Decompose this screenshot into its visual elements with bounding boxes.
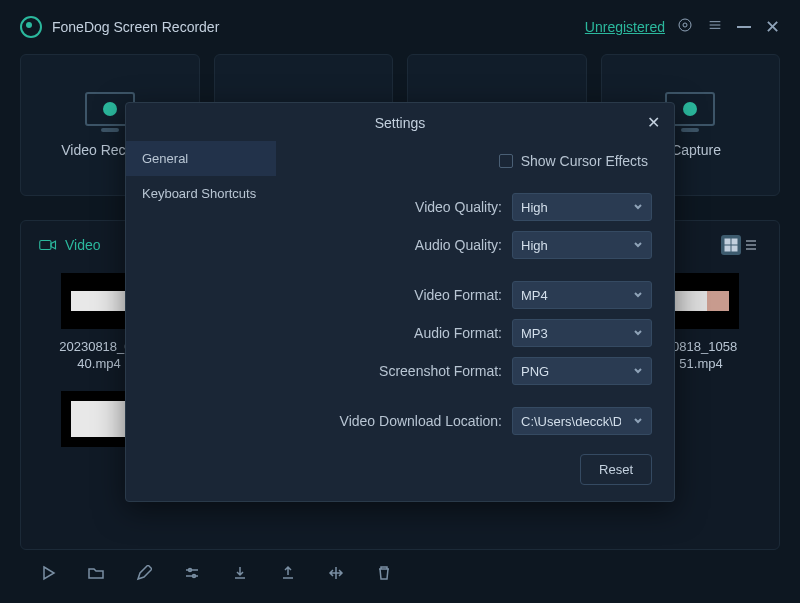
share-icon[interactable] [280,565,296,585]
app-logo [20,16,42,38]
chevron-down-icon [633,416,643,426]
label-audio-format: Audio Format: [414,325,502,341]
play-icon[interactable] [40,565,56,585]
chevron-down-icon [633,290,643,300]
select-audio-format[interactable]: MP3 [512,319,652,347]
convert-icon[interactable] [328,565,344,585]
select-screenshot-format[interactable]: PNG [512,357,652,385]
label-video-quality: Video Quality: [415,199,502,215]
settings-content: Show Cursor Effects Video Quality: High … [276,141,674,444]
svg-rect-8 [725,246,730,251]
svg-rect-7 [732,239,737,244]
svg-point-0 [683,23,687,27]
download-icon[interactable] [232,565,248,585]
thumbnail-label: 30818_1058 51.mp4 [665,339,737,373]
select-video-format[interactable]: MP4 [512,281,652,309]
label-audio-quality: Audio Quality: [415,237,502,253]
select-audio-quality[interactable]: High [512,231,652,259]
chevron-down-icon [633,366,643,376]
svg-rect-5 [40,241,51,250]
sidebar-item-general[interactable]: General [126,141,276,176]
camera-icon [39,238,57,252]
chevron-down-icon [633,202,643,212]
cursor-checkbox[interactable] [499,154,513,168]
folder-icon[interactable] [88,565,104,585]
close-button[interactable]: ✕ [765,16,780,38]
app-title: FoneDog Screen Recorder [52,19,585,35]
sidebar-item-shortcuts[interactable]: Keyboard Shortcuts [126,176,276,211]
svg-point-1 [679,19,691,31]
label-video-format: Video Format: [414,287,502,303]
chevron-down-icon [633,328,643,338]
titlebar: FoneDog Screen Recorder Unregistered ✕ [0,0,800,54]
unregistered-link[interactable]: Unregistered [585,19,665,35]
sliders-icon[interactable] [184,565,200,585]
chevron-down-icon [633,240,643,250]
modal-title: Settings ✕ [126,103,674,141]
edit-icon[interactable] [136,565,152,585]
grid-view-icon[interactable] [721,235,741,255]
close-icon[interactable]: ✕ [647,113,660,132]
trash-icon[interactable] [376,565,392,585]
select-download-location[interactable]: C:\Users\decck\Do [512,407,652,435]
library-toolbar [40,565,392,585]
gear-icon[interactable] [677,17,693,37]
minimize-button[interactable] [737,26,751,28]
cursor-label: Show Cursor Effects [521,153,648,169]
reset-button[interactable]: Reset [580,454,652,485]
svg-rect-6 [725,239,730,244]
hamburger-icon[interactable] [707,17,723,37]
svg-rect-9 [732,246,737,251]
list-view-icon[interactable] [741,235,761,255]
select-video-quality[interactable]: High [512,193,652,221]
settings-sidebar: General Keyboard Shortcuts [126,141,276,444]
label-screenshot-format: Screenshot Format: [379,363,502,379]
label-download-location: Video Download Location: [340,413,502,429]
settings-modal: Settings ✕ General Keyboard Shortcuts Sh… [125,102,675,502]
tab-video[interactable]: Video [39,237,101,253]
